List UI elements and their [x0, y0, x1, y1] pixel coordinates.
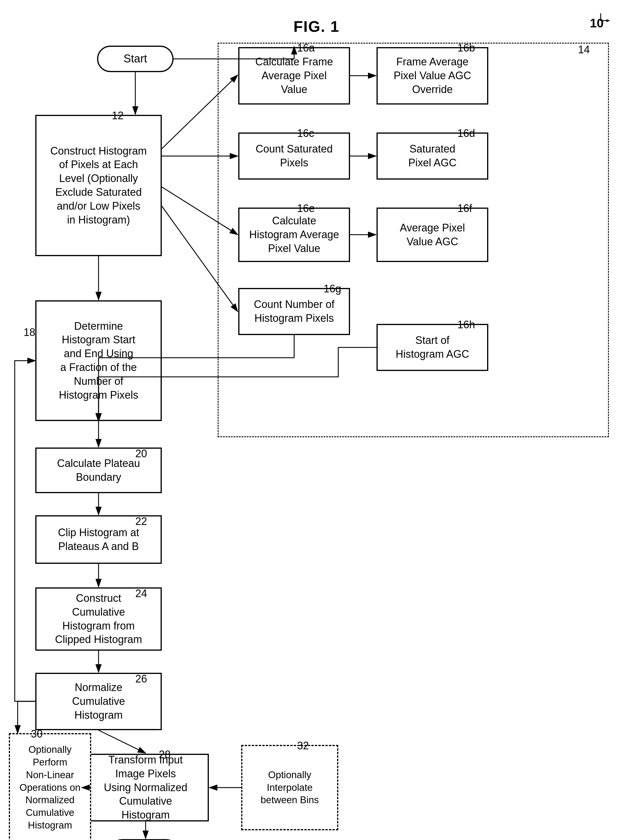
bracket-10-icon [583, 12, 606, 32]
ref-16h: 16h [457, 319, 475, 331]
node-16b: Frame Average Pixel Value AGC Override [376, 47, 488, 104]
ref-14: 14 [578, 44, 590, 56]
svg-line-15 [99, 730, 146, 753]
node-16h: Start of Histogram AGC [376, 324, 488, 371]
ref-16f: 16f [457, 202, 472, 215]
ref-16d: 16d [457, 127, 475, 140]
node-18: Determine Histogram Start and End Using … [35, 300, 162, 421]
ref-26: 26 [135, 673, 147, 685]
node-16f: Average Pixel Value AGC [376, 208, 488, 262]
fig-title: FIG. 1 [0, 0, 633, 35]
ref-20: 20 [135, 447, 147, 460]
ref-28: 28 [159, 748, 171, 761]
ref-16g: 16g [324, 283, 341, 295]
ref-30: 30 [31, 728, 43, 740]
node-12: Construct Histogram of Pixels at Each Le… [35, 115, 162, 256]
ref-24: 24 [135, 587, 147, 600]
node-28: Transform Input Image Pixels Using Norma… [82, 754, 209, 821]
ref-16c: 16c [297, 127, 314, 140]
ref-32: 32 [297, 740, 309, 752]
ref-16b: 16b [457, 42, 475, 54]
node-16e: Calculate Histogram Average Pixel Value [238, 208, 350, 262]
node-16c: Count Saturated Pixels [238, 133, 350, 180]
ref-18: 18 [24, 326, 35, 339]
node-16a: Calculate Frame Average Pixel Value [238, 47, 350, 104]
page: FIG. 1 10 14 Start Calculate Frame Avera… [0, 0, 633, 840]
ref-22: 22 [135, 515, 147, 527]
node-16g: Count Number of Histogram Pixels [238, 288, 350, 335]
node-16d: Saturated Pixel AGC [376, 133, 488, 180]
ref-16a: 16a [297, 42, 315, 54]
start-node: Start [97, 46, 173, 72]
node-30: Optionally Perform Non-Linear Operations… [9, 733, 91, 840]
node-32: Optionally Interpolate between Bins [241, 745, 338, 830]
ref-12: 12 [112, 109, 124, 122]
ref-16e: 16e [297, 202, 315, 215]
